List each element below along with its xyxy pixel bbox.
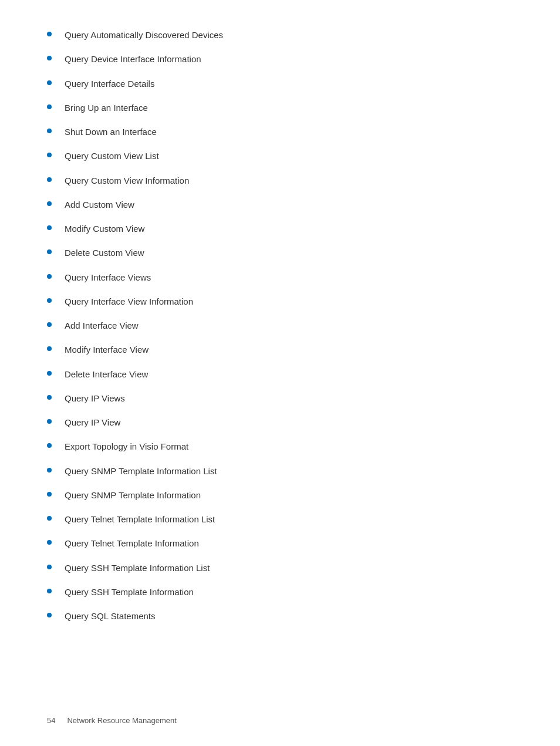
list-item-text: Delete Custom View bbox=[65, 246, 144, 259]
list-item-text: Query SQL Statements bbox=[65, 609, 156, 623]
list-item: Query SSH Template Information List bbox=[47, 561, 513, 575]
bullet-dot-icon bbox=[47, 225, 52, 230]
bullet-dot-icon bbox=[47, 613, 52, 617]
list-item: Query SQL Statements bbox=[47, 609, 513, 623]
list-item-text: Delete Interface View bbox=[65, 367, 148, 381]
bullet-dot-icon bbox=[47, 249, 52, 254]
list-item-text: Shut Down an Interface bbox=[65, 125, 157, 139]
bullet-dot-icon bbox=[47, 322, 52, 327]
list-item-text: Query SNMP Template Information bbox=[65, 488, 201, 502]
bullet-dot-icon bbox=[47, 346, 52, 351]
bullet-dot-icon bbox=[47, 298, 52, 303]
bullet-dot-icon bbox=[47, 589, 52, 593]
list-item-text: Query Telnet Template Information List bbox=[65, 512, 215, 526]
list-item-text: Query SSH Template Information bbox=[65, 585, 194, 599]
list-item: Query Custom View Information bbox=[47, 174, 513, 187]
bullet-dot-icon bbox=[47, 492, 52, 497]
bullet-dot-icon bbox=[47, 104, 52, 109]
bullet-dot-icon bbox=[47, 201, 52, 206]
list-item-text: Add Interface View bbox=[65, 319, 139, 332]
bullet-dot-icon bbox=[47, 468, 52, 472]
list-item: Query Interface Views bbox=[47, 271, 513, 284]
list-item-text: Query Custom View List bbox=[65, 149, 159, 163]
footer-page-number: 54 bbox=[47, 716, 55, 725]
bullet-list: Query Automatically Discovered DevicesQu… bbox=[47, 28, 513, 623]
list-item: Query Automatically Discovered Devices bbox=[47, 28, 513, 42]
list-item-text: Bring Up an Interface bbox=[65, 101, 148, 114]
list-item-text: Export Topology in Visio Format bbox=[65, 440, 188, 453]
bullet-dot-icon bbox=[47, 80, 52, 85]
list-item: Modify Custom View bbox=[47, 222, 513, 235]
bullet-dot-icon bbox=[47, 129, 52, 133]
list-item: Query SSH Template Information bbox=[47, 585, 513, 599]
page-content: Query Automatically Discovered DevicesQu… bbox=[0, 0, 560, 680]
list-item-text: Query SNMP Template Information List bbox=[65, 464, 217, 478]
list-item-text: Query IP View bbox=[65, 416, 120, 429]
list-item: Query Interface Details bbox=[47, 77, 513, 90]
list-item: Query Device Interface Information bbox=[47, 52, 513, 66]
bullet-dot-icon bbox=[47, 540, 52, 545]
bullet-dot-icon bbox=[47, 419, 52, 424]
list-item: Delete Custom View bbox=[47, 246, 513, 259]
list-item-text: Query Interface Views bbox=[65, 271, 151, 284]
list-item: Add Interface View bbox=[47, 319, 513, 332]
list-item: Shut Down an Interface bbox=[47, 125, 513, 139]
bullet-dot-icon bbox=[47, 516, 52, 521]
list-item: Query SNMP Template Information bbox=[47, 488, 513, 502]
list-item-text: Query Interface Details bbox=[65, 77, 154, 90]
list-item: Bring Up an Interface bbox=[47, 101, 513, 114]
bullet-dot-icon bbox=[47, 153, 52, 157]
footer-title: Network Resource Management bbox=[67, 716, 176, 725]
bullet-dot-icon bbox=[47, 177, 52, 182]
list-item-text: Add Custom View bbox=[65, 198, 134, 211]
list-item: Query Custom View List bbox=[47, 149, 513, 163]
list-item: Modify Interface View bbox=[47, 343, 513, 356]
list-item-text: Query Device Interface Information bbox=[65, 52, 201, 66]
list-item-text: Query Telnet Template Information bbox=[65, 536, 199, 550]
bullet-dot-icon bbox=[47, 395, 52, 400]
list-item-text: Modify Interface View bbox=[65, 343, 149, 356]
list-item: Export Topology in Visio Format bbox=[47, 440, 513, 453]
list-item-text: Query Automatically Discovered Devices bbox=[65, 28, 223, 42]
list-item: Query Interface View Information bbox=[47, 295, 513, 308]
list-item-text: Modify Custom View bbox=[65, 222, 144, 235]
list-item: Delete Interface View bbox=[47, 367, 513, 381]
list-item-text: Query Custom View Information bbox=[65, 174, 189, 187]
bullet-dot-icon bbox=[47, 32, 52, 36]
page-footer: 54 Network Resource Management bbox=[47, 716, 177, 725]
list-item: Add Custom View bbox=[47, 198, 513, 211]
list-item-text: Query IP Views bbox=[65, 391, 125, 405]
bullet-dot-icon bbox=[47, 274, 52, 279]
bullet-dot-icon bbox=[47, 565, 52, 569]
list-item-text: Query SSH Template Information List bbox=[65, 561, 210, 575]
list-item: Query Telnet Template Information List bbox=[47, 512, 513, 526]
bullet-dot-icon bbox=[47, 56, 52, 60]
list-item: Query IP Views bbox=[47, 391, 513, 405]
list-item: Query Telnet Template Information bbox=[47, 536, 513, 550]
list-item-text: Query Interface View Information bbox=[65, 295, 193, 308]
list-item: Query IP View bbox=[47, 416, 513, 429]
bullet-dot-icon bbox=[47, 371, 52, 376]
list-item: Query SNMP Template Information List bbox=[47, 464, 513, 478]
bullet-dot-icon bbox=[47, 443, 52, 448]
